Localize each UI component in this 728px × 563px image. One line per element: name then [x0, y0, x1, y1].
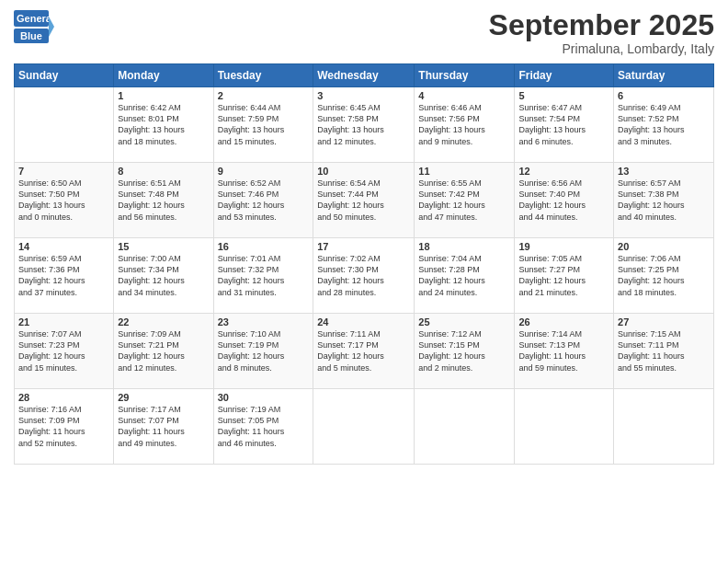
- day-number: 29: [118, 392, 209, 403]
- calendar: SundayMondayTuesdayWednesdayThursdayFrid…: [14, 63, 714, 465]
- calendar-cell: 13Sunrise: 6:57 AMSunset: 7:38 PMDayligh…: [614, 163, 714, 238]
- day-number: 10: [317, 166, 410, 177]
- calendar-cell: 18Sunrise: 7:04 AMSunset: 7:28 PMDayligh…: [415, 238, 515, 314]
- day-info: Sunrise: 6:56 AMSunset: 7:40 PMDaylight:…: [518, 178, 586, 221]
- day-number: 7: [18, 166, 109, 177]
- day-number: 27: [618, 316, 710, 327]
- calendar-cell: 2Sunrise: 6:44 AMSunset: 7:59 PMDaylight…: [213, 87, 313, 163]
- day-info: Sunrise: 6:44 AMSunset: 7:59 PMDaylight:…: [218, 103, 285, 145]
- day-info: Sunrise: 6:47 AMSunset: 7:54 PMDaylight:…: [518, 103, 586, 145]
- day-number: 25: [418, 316, 510, 327]
- month-title: September 2025: [489, 9, 714, 41]
- day-info: Sunrise: 7:11 AMSunset: 7:17 PMDaylight:…: [317, 329, 384, 372]
- day-info: Sunrise: 6:50 AMSunset: 7:50 PMDaylight:…: [18, 178, 85, 221]
- calendar-cell: 15Sunrise: 7:00 AMSunset: 7:34 PMDayligh…: [114, 238, 213, 314]
- day-number: 5: [518, 90, 609, 101]
- week-row-4: 21Sunrise: 7:07 AMSunset: 7:23 PMDayligh…: [15, 314, 714, 389]
- day-info: Sunrise: 6:55 AMSunset: 7:42 PMDaylight:…: [418, 178, 485, 221]
- week-row-5: 28Sunrise: 7:16 AMSunset: 7:09 PMDayligh…: [15, 389, 714, 465]
- calendar-cell: 21Sunrise: 7:07 AMSunset: 7:23 PMDayligh…: [15, 314, 114, 389]
- week-row-2: 7Sunrise: 6:50 AMSunset: 7:50 PMDaylight…: [15, 163, 714, 238]
- day-info: Sunrise: 6:54 AMSunset: 7:44 PMDaylight:…: [317, 178, 384, 221]
- week-row-1: 1Sunrise: 6:42 AMSunset: 8:01 PMDaylight…: [15, 87, 714, 163]
- calendar-cell: 12Sunrise: 6:56 AMSunset: 7:40 PMDayligh…: [515, 163, 614, 238]
- day-number: 14: [18, 241, 109, 252]
- logo-svg: General Blue: [14, 9, 54, 48]
- calendar-cell: 9Sunrise: 6:52 AMSunset: 7:46 PMDaylight…: [213, 163, 313, 238]
- day-info: Sunrise: 7:00 AMSunset: 7:34 PMDaylight:…: [118, 254, 185, 296]
- day-info: Sunrise: 6:59 AMSunset: 7:36 PMDaylight:…: [18, 254, 85, 296]
- day-info: Sunrise: 7:17 AMSunset: 7:07 PMDaylight:…: [118, 405, 185, 447]
- calendar-cell: 4Sunrise: 6:46 AMSunset: 7:56 PMDaylight…: [415, 87, 515, 163]
- day-number: 22: [118, 316, 209, 327]
- day-info: Sunrise: 6:46 AMSunset: 7:56 PMDaylight:…: [418, 103, 485, 145]
- day-number: 24: [317, 316, 410, 327]
- day-number: 12: [518, 166, 609, 177]
- calendar-cell: [15, 87, 114, 163]
- day-number: 3: [317, 90, 410, 101]
- day-number: 16: [218, 241, 310, 252]
- day-info: Sunrise: 7:06 AMSunset: 7:25 PMDaylight:…: [618, 254, 685, 296]
- calendar-cell: 26Sunrise: 7:14 AMSunset: 7:13 PMDayligh…: [515, 314, 614, 389]
- header-cell-sunday: Sunday: [15, 64, 114, 87]
- calendar-cell: [415, 389, 515, 465]
- calendar-cell: 19Sunrise: 7:05 AMSunset: 7:27 PMDayligh…: [515, 238, 614, 314]
- day-info: Sunrise: 6:57 AMSunset: 7:38 PMDaylight:…: [618, 178, 685, 221]
- calendar-cell: 1Sunrise: 6:42 AMSunset: 8:01 PMDaylight…: [114, 87, 213, 163]
- header-cell-wednesday: Wednesday: [313, 64, 415, 87]
- calendar-cell: 25Sunrise: 7:12 AMSunset: 7:15 PMDayligh…: [415, 314, 515, 389]
- day-info: Sunrise: 7:05 AMSunset: 7:27 PMDaylight:…: [518, 254, 586, 296]
- day-number: 18: [418, 241, 510, 252]
- calendar-cell: [614, 389, 714, 465]
- day-info: Sunrise: 6:52 AMSunset: 7:46 PMDaylight:…: [218, 178, 285, 221]
- calendar-cell: 10Sunrise: 6:54 AMSunset: 7:44 PMDayligh…: [313, 163, 415, 238]
- day-info: Sunrise: 7:07 AMSunset: 7:23 PMDaylight:…: [18, 329, 85, 372]
- day-info: Sunrise: 6:51 AMSunset: 7:48 PMDaylight:…: [118, 178, 185, 221]
- calendar-cell: [515, 389, 614, 465]
- day-number: 8: [118, 166, 209, 177]
- calendar-cell: 20Sunrise: 7:06 AMSunset: 7:25 PMDayligh…: [614, 238, 714, 314]
- day-number: 26: [518, 316, 609, 327]
- svg-text:Blue: Blue: [20, 30, 42, 41]
- calendar-cell: 24Sunrise: 7:11 AMSunset: 7:17 PMDayligh…: [313, 314, 415, 389]
- day-info: Sunrise: 7:12 AMSunset: 7:15 PMDaylight:…: [418, 329, 485, 372]
- day-number: 30: [218, 392, 310, 403]
- day-info: Sunrise: 7:09 AMSunset: 7:21 PMDaylight:…: [118, 329, 185, 372]
- day-info: Sunrise: 7:04 AMSunset: 7:28 PMDaylight:…: [418, 254, 485, 296]
- calendar-cell: 27Sunrise: 7:15 AMSunset: 7:11 PMDayligh…: [614, 314, 714, 389]
- day-number: 23: [218, 316, 310, 327]
- day-number: 20: [618, 241, 710, 252]
- day-info: Sunrise: 7:14 AMSunset: 7:13 PMDaylight:…: [518, 329, 586, 372]
- day-number: 13: [618, 166, 710, 177]
- calendar-cell: 17Sunrise: 7:02 AMSunset: 7:30 PMDayligh…: [313, 238, 415, 314]
- day-number: 9: [218, 166, 310, 177]
- calendar-cell: [313, 389, 415, 465]
- day-info: Sunrise: 7:01 AMSunset: 7:32 PMDaylight:…: [218, 254, 285, 296]
- header-cell-monday: Monday: [114, 64, 213, 87]
- calendar-cell: 7Sunrise: 6:50 AMSunset: 7:50 PMDaylight…: [15, 163, 114, 238]
- calendar-cell: 29Sunrise: 7:17 AMSunset: 7:07 PMDayligh…: [114, 389, 213, 465]
- calendar-cell: 22Sunrise: 7:09 AMSunset: 7:21 PMDayligh…: [114, 314, 213, 389]
- calendar-cell: 14Sunrise: 6:59 AMSunset: 7:36 PMDayligh…: [15, 238, 114, 314]
- title-block: September 2025 Primaluna, Lombardy, Ital…: [489, 9, 714, 56]
- day-number: 28: [18, 392, 109, 403]
- day-number: 19: [518, 241, 609, 252]
- calendar-cell: 5Sunrise: 6:47 AMSunset: 7:54 PMDaylight…: [515, 87, 614, 163]
- header-cell-saturday: Saturday: [614, 64, 714, 87]
- calendar-cell: 8Sunrise: 6:51 AMSunset: 7:48 PMDaylight…: [114, 163, 213, 238]
- day-number: 1: [118, 90, 209, 101]
- day-number: 11: [418, 166, 510, 177]
- header-cell-tuesday: Tuesday: [213, 64, 313, 87]
- day-info: Sunrise: 7:16 AMSunset: 7:09 PMDaylight:…: [18, 405, 85, 447]
- day-number: 4: [418, 90, 510, 101]
- day-info: Sunrise: 7:10 AMSunset: 7:19 PMDaylight:…: [218, 329, 285, 372]
- calendar-cell: 23Sunrise: 7:10 AMSunset: 7:19 PMDayligh…: [213, 314, 313, 389]
- day-info: Sunrise: 6:42 AMSunset: 8:01 PMDaylight:…: [118, 103, 185, 145]
- logo: General Blue: [14, 9, 54, 48]
- day-info: Sunrise: 7:02 AMSunset: 7:30 PMDaylight:…: [317, 254, 384, 296]
- svg-text:General: General: [17, 13, 54, 24]
- subtitle: Primaluna, Lombardy, Italy: [489, 41, 714, 56]
- day-info: Sunrise: 7:15 AMSunset: 7:11 PMDaylight:…: [618, 329, 685, 372]
- calendar-cell: 30Sunrise: 7:19 AMSunset: 7:05 PMDayligh…: [213, 389, 313, 465]
- header-cell-thursday: Thursday: [415, 64, 515, 87]
